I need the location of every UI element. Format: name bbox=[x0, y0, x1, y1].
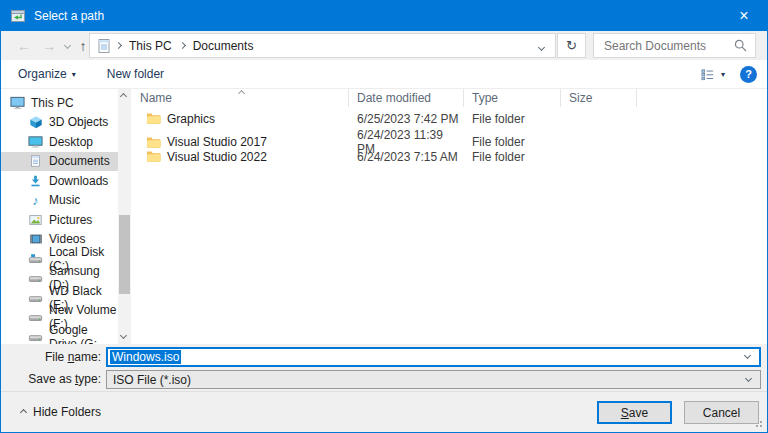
picture-icon bbox=[28, 212, 43, 227]
back-icon: ← bbox=[17, 38, 31, 54]
sidebar-item-music[interactable]: ♪ Music bbox=[1, 191, 118, 211]
desktop-icon bbox=[28, 134, 43, 149]
table-row[interactable]: Visual Studio 2022 6/24/2023 7:15 AM Fil… bbox=[137, 147, 767, 166]
resize-grip[interactable] bbox=[760, 425, 762, 427]
column-header-type[interactable]: Type bbox=[464, 89, 561, 107]
drive-icon bbox=[28, 271, 43, 286]
file-date: 6/25/2023 7:42 PM bbox=[349, 112, 464, 126]
system-drive-icon bbox=[28, 251, 43, 266]
navigation-bar: ← → ↑ This PC Documents ↻ bbox=[1, 31, 767, 60]
organize-label: Organize bbox=[18, 67, 67, 81]
address-bar[interactable]: This PC Documents bbox=[89, 33, 556, 58]
chevron-down-icon bbox=[538, 43, 545, 50]
organize-button[interactable]: Organize ▾ bbox=[18, 67, 76, 81]
sidebar-item-google-drive-g[interactable]: Google Drive (G: bbox=[1, 327, 118, 344]
file-name-section: File name: Windows.iso Save as type: ISO… bbox=[1, 344, 767, 391]
breadcrumb-separator[interactable] bbox=[176, 34, 189, 57]
help-button[interactable]: ? bbox=[740, 66, 757, 83]
folder-icon bbox=[146, 112, 161, 125]
file-name: Visual Studio 2017 bbox=[167, 135, 267, 149]
back-button[interactable]: ← bbox=[11, 31, 37, 60]
breadcrumb-expand[interactable] bbox=[112, 34, 125, 57]
command-toolbar: Organize ▾ New folder ▾ ? bbox=[1, 60, 767, 89]
scrollbar-thumb[interactable] bbox=[119, 215, 130, 294]
hide-folders-label: Hide Folders bbox=[33, 405, 101, 419]
change-view-button[interactable]: ▾ bbox=[700, 67, 725, 82]
scroll-up-icon[interactable] bbox=[120, 93, 127, 100]
hide-folders-button[interactable]: Hide Folders bbox=[21, 392, 101, 432]
sidebar-item-this-pc[interactable]: This PC bbox=[1, 93, 118, 113]
download-icon bbox=[28, 173, 43, 188]
cube-icon bbox=[28, 115, 43, 130]
file-type: File folder bbox=[464, 112, 561, 126]
save-as-type-select[interactable]: ISO File (*.iso) bbox=[106, 370, 761, 389]
file-type: File folder bbox=[464, 150, 561, 164]
chevron-right-icon bbox=[179, 42, 186, 49]
sidebar-scrollbar[interactable] bbox=[118, 89, 131, 344]
breadcrumb-documents[interactable]: Documents bbox=[189, 34, 258, 57]
help-icon: ? bbox=[745, 68, 752, 80]
up-icon: ↑ bbox=[80, 38, 87, 54]
documents-location-icon bbox=[96, 38, 112, 54]
chevron-down-icon: ▾ bbox=[721, 70, 725, 79]
address-dropdown-button[interactable] bbox=[539, 39, 544, 53]
main-area: This PC 3D Objects Desktop Documents bbox=[1, 89, 767, 344]
search-icon bbox=[734, 39, 747, 52]
chevron-right-icon bbox=[115, 42, 122, 49]
forward-icon: → bbox=[42, 38, 56, 54]
save-button[interactable]: Save bbox=[597, 401, 672, 424]
sidebar-item-pictures[interactable]: Pictures bbox=[1, 210, 118, 230]
file-name: Visual Studio 2022 bbox=[167, 150, 267, 164]
column-header-row: Name Date modified Type Size bbox=[137, 89, 767, 107]
sidebar-item-label: Music bbox=[49, 193, 80, 207]
chevron-down-icon: ▾ bbox=[72, 70, 76, 79]
save-as-type-value: ISO File (*.iso) bbox=[113, 373, 191, 387]
save-dialog-icon bbox=[10, 8, 26, 24]
scroll-down-icon[interactable] bbox=[120, 332, 127, 339]
column-header-date-modified[interactable]: Date modified bbox=[349, 89, 464, 107]
file-list: Name Date modified Type Size Graphics 6/… bbox=[137, 89, 767, 344]
folder-icon bbox=[146, 136, 161, 149]
sidebar-item-documents[interactable]: Documents bbox=[1, 152, 118, 172]
breadcrumb-this-pc[interactable]: This PC bbox=[125, 34, 176, 57]
sidebar-item-label: Google Drive (G: bbox=[49, 323, 118, 344]
table-row[interactable]: Visual Studio 2017 6/24/2023 11:39 PM Fi… bbox=[137, 128, 767, 147]
sidebar-item-desktop[interactable]: Desktop bbox=[1, 132, 118, 152]
sidebar-item-label: Downloads bbox=[49, 174, 108, 188]
details-view-icon bbox=[700, 67, 715, 82]
window-title: Select a path bbox=[34, 9, 104, 23]
file-type: File folder bbox=[464, 135, 561, 149]
sidebar-item-downloads[interactable]: Downloads bbox=[1, 171, 118, 191]
close-button[interactable]: × bbox=[721, 1, 767, 31]
file-name-input[interactable]: Windows.iso bbox=[106, 347, 761, 367]
chevron-down-icon bbox=[63, 42, 70, 49]
chevron-down-icon[interactable] bbox=[744, 352, 751, 359]
search-input[interactable] bbox=[602, 38, 728, 54]
drive-icon bbox=[28, 290, 43, 305]
new-folder-label: New folder bbox=[107, 67, 164, 81]
file-name-value: Windows.iso bbox=[110, 350, 181, 364]
dialog-footer: Hide Folders Save Cancel bbox=[1, 391, 767, 432]
chevron-down-icon bbox=[745, 374, 752, 381]
drive-icon bbox=[28, 310, 43, 325]
file-name-label: File name: bbox=[1, 347, 101, 367]
sidebar-item-label: This PC bbox=[31, 96, 74, 110]
save-as-type-label: Save as type: bbox=[1, 370, 101, 389]
table-row[interactable]: Graphics 6/25/2023 7:42 PM File folder bbox=[137, 109, 767, 128]
new-folder-button[interactable]: New folder bbox=[107, 67, 164, 81]
sidebar-item-3d-objects[interactable]: 3D Objects bbox=[1, 113, 118, 133]
column-header-size[interactable]: Size bbox=[561, 89, 637, 107]
drive-icon bbox=[28, 329, 43, 344]
file-name: Graphics bbox=[167, 112, 215, 126]
forward-button[interactable]: → bbox=[37, 31, 61, 60]
document-icon bbox=[28, 154, 43, 169]
video-icon bbox=[28, 232, 43, 247]
music-note-icon: ♪ bbox=[28, 193, 43, 208]
refresh-icon: ↻ bbox=[566, 38, 577, 53]
search-box bbox=[593, 33, 756, 58]
cancel-button[interactable]: Cancel bbox=[684, 401, 759, 424]
file-rows: Graphics 6/25/2023 7:42 PM File folder V… bbox=[137, 109, 767, 166]
refresh-button[interactable]: ↻ bbox=[557, 33, 586, 58]
sidebar-item-label: Pictures bbox=[49, 213, 92, 227]
sidebar-item-label: Documents bbox=[49, 154, 110, 168]
